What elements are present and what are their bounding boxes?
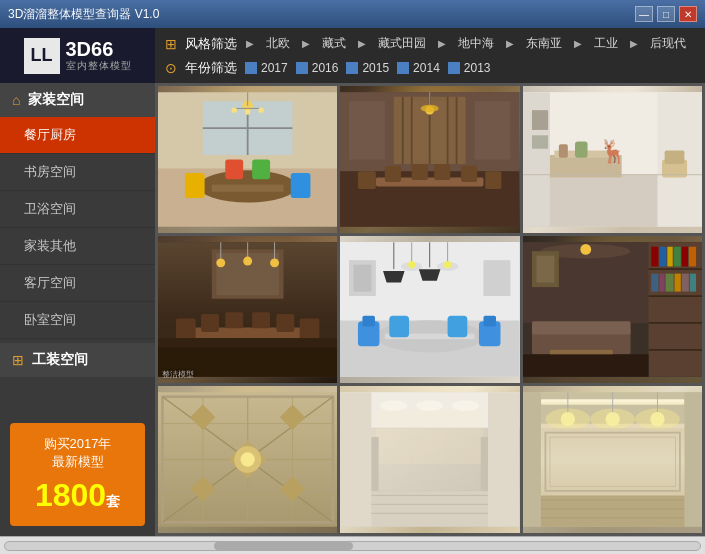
grid-cell-6[interactable] [523, 236, 702, 383]
sidebar-section-header-commercial: ⊞ 工装空间 [0, 343, 155, 377]
year-cb-2016 [296, 62, 308, 74]
scrollbar-thumb[interactable] [214, 542, 353, 550]
svg-rect-91 [448, 316, 468, 338]
year-checkbox-2015[interactable]: 2015 [346, 61, 389, 75]
svg-point-15 [245, 109, 250, 114]
grid-cell-1[interactable] [158, 86, 337, 233]
year-filter-icon: ⊙ [165, 60, 177, 76]
svg-rect-150 [412, 410, 448, 464]
style-tag-2[interactable]: 藏式田园 [375, 34, 429, 53]
svg-rect-93 [484, 316, 497, 327]
svg-rect-96 [484, 260, 511, 296]
filter-arrow-6: ▶ [574, 38, 582, 49]
svg-text:🦌: 🦌 [598, 139, 626, 166]
commercial-icon: ⊞ [12, 352, 24, 368]
sidebar-item-study-label: 书房空间 [24, 164, 76, 179]
sidebar-item-bedroom[interactable]: 卧室空间 [0, 302, 155, 339]
svg-rect-9 [225, 160, 243, 180]
svg-rect-30 [358, 171, 376, 189]
logo-area: LL 3D66 室内整体模型 [0, 28, 155, 83]
style-tag-0[interactable]: 北欧 [263, 34, 293, 53]
content-area: ⌂ 家装空间 餐厅厨房 书房空间 卫浴空间 家装其他 客厅空间 卧室空间 [0, 83, 705, 536]
style-filter-icon: ⊞ [165, 36, 177, 52]
grid-cell-5[interactable] [340, 236, 519, 383]
svg-rect-115 [689, 274, 695, 292]
year-cb-2013 [448, 62, 460, 74]
svg-rect-113 [674, 274, 680, 292]
maximize-button[interactable]: □ [657, 6, 675, 22]
style-tag-1[interactable]: 藏式 [319, 34, 349, 53]
sidebar-item-dining[interactable]: 餐厅厨房 [0, 117, 155, 154]
svg-rect-22 [475, 101, 511, 159]
svg-point-117 [580, 244, 591, 255]
svg-rect-33 [434, 164, 450, 180]
year-cb-2014 [397, 62, 409, 74]
svg-rect-6 [212, 185, 284, 192]
sidebar-item-other-label: 家装其他 [24, 238, 76, 253]
sidebar: ⌂ 家装空间 餐厅厨房 书房空间 卫浴空间 家装其他 客厅空间 卧室空间 [0, 83, 155, 536]
app-title: 3D溜溜整体模型查询器 V1.0 [8, 6, 159, 23]
grid-cell-4[interactable]: 整洁模型 [158, 236, 337, 383]
year-filter-row: ⊙ 年份筛选 2017 2016 2015 2014 2013 [165, 59, 695, 77]
filter-arrow-3: ▶ [358, 38, 366, 49]
year-checkbox-2013[interactable]: 2013 [448, 61, 491, 75]
grid-cell-3[interactable]: 🦌 [523, 86, 702, 233]
minimize-button[interactable]: — [635, 6, 653, 22]
year-cb-2017 [245, 62, 257, 74]
sidebar-item-living[interactable]: 客厅空间 [0, 265, 155, 302]
grid-cell-9[interactable] [523, 386, 702, 533]
promo-price: 1800套 [22, 476, 133, 514]
promo-text-line2: 最新模型 [22, 453, 133, 471]
bottom-bar [0, 536, 705, 554]
logo-text-area: 3D66 室内整体模型 [66, 39, 132, 73]
filter-section: ⊞ 风格筛选 ▶ 北欧 ▶ 藏式 ▶ 藏式田园 ▶ 地中海 ▶ 东南亚 ▶ 工业… [155, 28, 705, 83]
grid-cell-8[interactable] [340, 386, 519, 533]
svg-rect-175 [541, 428, 684, 495]
style-tag-4[interactable]: 东南亚 [523, 34, 565, 53]
svg-rect-121 [523, 354, 649, 376]
sidebar-item-bathroom-label: 卫浴空间 [24, 201, 76, 216]
svg-point-16 [258, 107, 263, 112]
sidebar-item-other[interactable]: 家装其他 [0, 228, 155, 265]
svg-rect-109 [689, 247, 696, 267]
svg-rect-73 [158, 338, 337, 347]
svg-rect-144 [340, 392, 371, 526]
svg-point-14 [232, 107, 237, 112]
style-tag-5[interactable]: 工业 [591, 34, 621, 53]
sidebar-item-bedroom-label: 卧室空间 [24, 312, 76, 327]
svg-rect-69 [252, 312, 270, 328]
svg-point-148 [452, 400, 479, 411]
sidebar-item-bathroom[interactable]: 卫浴空间 [0, 191, 155, 228]
scrollbar-track[interactable] [4, 541, 701, 551]
home-icon: ⌂ [12, 92, 20, 108]
svg-rect-47 [559, 144, 568, 157]
style-tag-6[interactable]: 后现代 [647, 34, 689, 53]
svg-rect-114 [681, 274, 688, 292]
top-section: LL 3D66 室内整体模型 ⊞ 风格筛选 ▶ 北欧 ▶ 藏式 ▶ [0, 28, 705, 83]
svg-point-64 [270, 258, 279, 267]
svg-point-80 [408, 261, 415, 268]
logo-brand: 3D66 [66, 39, 132, 59]
sidebar-item-study[interactable]: 书房空间 [0, 154, 155, 191]
svg-rect-52 [532, 110, 548, 130]
close-button[interactable]: ✕ [679, 6, 697, 22]
svg-rect-90 [390, 316, 410, 338]
year-checkbox-2014[interactable]: 2014 [397, 61, 440, 75]
svg-rect-151 [448, 410, 484, 464]
grid-cell-2[interactable] [340, 86, 519, 233]
filter-arrow-4: ▶ [438, 38, 446, 49]
filter-arrow-1: ▶ [246, 38, 254, 49]
svg-rect-7 [185, 173, 205, 198]
svg-rect-53 [532, 135, 548, 148]
main-container: LL 3D66 室内整体模型 ⊞ 风格筛选 ▶ 北欧 ▶ 藏式 ▶ [0, 28, 705, 554]
sidebar-promo[interactable]: 购买2017年 最新模型 1800套 [10, 423, 145, 526]
year-checkbox-2016[interactable]: 2016 [296, 61, 339, 75]
style-tag-3[interactable]: 地中海 [455, 34, 497, 53]
grid-cell-7[interactable] [158, 386, 337, 533]
svg-rect-110 [651, 274, 658, 292]
svg-rect-106 [667, 247, 672, 267]
filter-arrow-2: ▶ [302, 38, 310, 49]
svg-rect-20 [349, 101, 385, 159]
year-checkbox-2017[interactable]: 2017 [245, 61, 288, 75]
logo-icon: LL [24, 38, 60, 74]
